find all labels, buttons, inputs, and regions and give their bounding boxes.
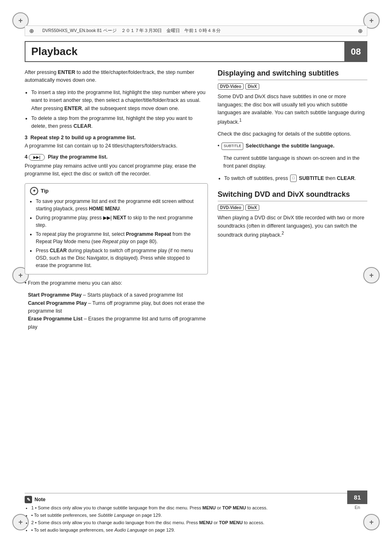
note-label: Note — [35, 497, 46, 502]
play-button-icon — [29, 154, 45, 161]
page-header: Playback 08 — [25, 41, 367, 62]
page-lang: En — [347, 505, 367, 510]
filepath-text: DVR550HXS_WV_EN.book 81 ページ ２０１７年３月30日 金… — [42, 28, 221, 34]
note-item: 2 • Some discs only allow you to change … — [31, 520, 367, 526]
subtitle-icon-small: □ — [290, 175, 296, 182]
list-item: To insert a step into the programme list… — [31, 89, 208, 113]
tip-item: To save your programme list and exit the… — [36, 198, 203, 212]
filepath-bar: ⊕ DVR550HXS_WV_EN.book 81 ページ ２０１７年３月30日… — [25, 25, 367, 36]
step-4: 4 Play the programme list. Programme pla… — [25, 154, 208, 178]
subtitles-body1: Some DVD and DivX discs have subtitles i… — [218, 93, 368, 126]
programme-menu-items: Start Programme Play – Starts playback o… — [28, 291, 208, 331]
note-icon: ✎ — [25, 496, 32, 503]
note-header: ✎ Note — [25, 496, 367, 503]
section-soundtracks-header: Switching DVD and DivX soundtracks — [218, 190, 368, 201]
crosshair-icon-right: ⊕ — [358, 28, 363, 34]
crosshair-icon: ⊕ — [29, 28, 34, 34]
page-title: Playback — [31, 45, 78, 58]
two-column-layout: After pressing ENTER to add the title/ch… — [25, 69, 367, 335]
tip-item: Press CLEAR during playback to switch of… — [36, 247, 203, 269]
from-menu-text: • From the programme menu you can also: — [25, 279, 208, 287]
tip-header: Tip — [30, 187, 203, 195]
list-item: To delete a step from the programme list… — [31, 115, 208, 131]
subtitles-body2: Check the disc packaging for details of … — [218, 130, 368, 138]
tip-label: Tip — [41, 188, 48, 194]
chapter-badge: 08 — [344, 41, 367, 62]
note-item: 1 • Some discs only allow you to change … — [31, 505, 367, 511]
right-column: Displaying and switching subtitles DVD-V… — [218, 69, 368, 335]
format-badges-soundtracks: DVD-Video DivX — [218, 205, 368, 211]
subtitle-icon: SUBTITLE — [221, 143, 243, 150]
dvd-video-badge-2: DVD-Video — [218, 205, 244, 211]
switch-off-item: To switch off subtitles, press □ SUBTITL… — [224, 175, 368, 182]
tip-list: To save your programme list and exit the… — [36, 198, 203, 269]
intro-text: After pressing ENTER to add the title/ch… — [25, 69, 208, 85]
section-subtitles-header: Displaying and switching subtitles — [218, 69, 368, 80]
note-list: 1 • Some discs only allow you to change … — [31, 505, 367, 534]
divx-badge-2: DivX — [245, 205, 259, 211]
left-column: After pressing ENTER to add the title/ch… — [25, 69, 208, 335]
note-item: • To set subtitle preferences, see Subti… — [31, 512, 367, 519]
step-3-body: A programme list can contain up to 24 ti… — [25, 142, 208, 150]
header-title-area: Playback — [25, 41, 344, 62]
dvd-video-badge: DVD-Video — [218, 83, 244, 90]
step-3-title: 3 Repeat step 2 to build up a programme … — [25, 135, 208, 140]
tip-item: During programme play, press ▶▶| NEXT to… — [36, 214, 203, 229]
intro-bullet-list: To insert a step into the programme list… — [31, 89, 208, 131]
subtitles-current-lang: The current subtitle language is shown o… — [224, 154, 368, 170]
page-number-badge: 81 — [347, 491, 367, 504]
step-4-title: 4 Play the programme list. — [25, 154, 208, 161]
step-4-body: Programme play remains active until you … — [25, 162, 208, 178]
switch-off-list: To switch off subtitles, press □ SUBTITL… — [224, 175, 368, 182]
soundtracks-body: When playing a DVD disc or DivX title re… — [218, 214, 368, 239]
step-3: 3 Repeat step 2 to build up a programme … — [25, 135, 208, 150]
main-content: Playback 08 After pressing ENTER to add … — [25, 41, 367, 514]
note-item: • To set audio language preferences, see… — [31, 527, 367, 534]
subtitles-select-bullet: • SUBTITLE Select/change the subtitle la… — [218, 142, 368, 150]
divx-badge: DivX — [245, 83, 259, 90]
tip-box: Tip To save your programme list and exit… — [25, 183, 208, 274]
tip-icon — [30, 187, 38, 195]
format-badges-subtitles: DVD-Video DivX — [218, 83, 368, 90]
tip-item: To repeat play the programme list, selec… — [36, 230, 203, 245]
page-number-area: 81 En — [347, 491, 367, 510]
note-section: ✎ Note 1 • Some discs only allow you to … — [25, 493, 367, 539]
